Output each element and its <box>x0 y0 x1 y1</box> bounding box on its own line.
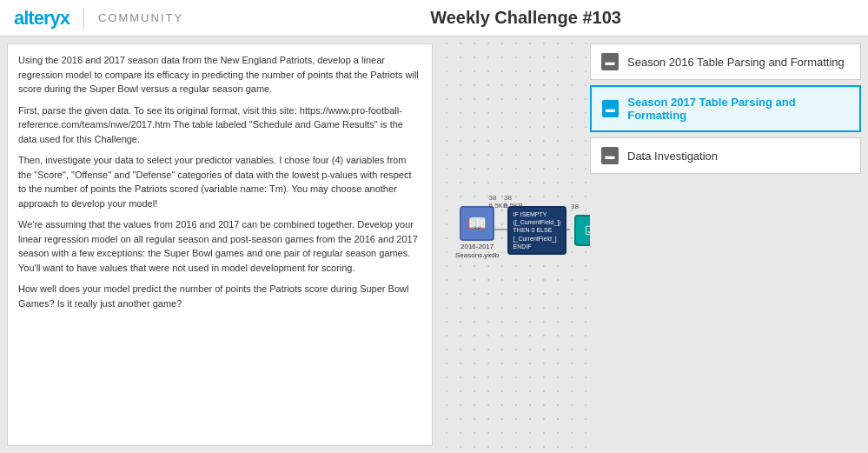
sidebar-item-2017-icon: ▬ <box>602 100 619 117</box>
desc-para-4: We're assuming that the values from 2016… <box>18 217 421 275</box>
desc-para-5: How well does your model predict the num… <box>18 282 421 310</box>
app-header: alteryx COMMUNITY Weekly Challenge #103 <box>0 0 868 37</box>
node-input-db[interactable]: 📖 2016-2017Seasons.yxdb 386.5KB <box>455 206 499 259</box>
sidebar-panel: ▬ Season 2016 Table Parsing and Formatti… <box>590 37 868 453</box>
node-select1-badge-left: 38 <box>571 203 579 210</box>
desc-para-1: Using the 2016 and 2017 season data from… <box>18 53 421 97</box>
header-divider <box>83 8 84 29</box>
challenge-title: Weekly Challenge #103 <box>197 8 854 28</box>
desc-para-2: First, parse the given data. To see its … <box>18 103 421 147</box>
node-input-db-label: 2016-2017Seasons.yxdb <box>455 243 499 259</box>
node-select1[interactable]: 38 ☑ 385.2KB <box>574 215 590 246</box>
workflow-canvas-area: 📖 2016-2017Seasons.yxdb 386.5KB 386.5KB … <box>440 37 590 453</box>
sidebar-item-2016-icon: ▬ <box>601 53 619 70</box>
desc-para-3: Then, investigate your data to select yo… <box>18 153 421 210</box>
node-formula1-text: IF ISEMPTY([_CurrentField_])THEN 0 ELSE[… <box>514 210 561 250</box>
main-content: Using the 2016 and 2017 season data from… <box>0 37 868 453</box>
description-panel: Using the 2016 and 2017 season data from… <box>7 43 433 446</box>
sidebar-item-2016-label: Season 2016 Table Parsing and Formatting <box>627 56 845 69</box>
sidebar-item-2017-label: Season 2017 Table Parsing and Formatting <box>627 96 849 122</box>
node-formula1[interactable]: 386.5KB IF ISEMPTY([_CurrentField_])THEN… <box>507 206 567 255</box>
sidebar-item-investigation[interactable]: ▬ Data Investigation <box>590 137 861 174</box>
sidebar-item-2016[interactable]: ▬ Season 2016 Table Parsing and Formatti… <box>590 43 861 80</box>
community-label: COMMUNITY <box>98 11 183 24</box>
logo: alteryx <box>14 7 70 30</box>
sidebar-item-investigation-label: Data Investigation <box>627 150 718 163</box>
sidebar-item-investigation-icon: ▬ <box>601 147 619 164</box>
sidebar-item-2017[interactable]: ▬ Season 2017 Table Parsing and Formatti… <box>590 85 861 132</box>
